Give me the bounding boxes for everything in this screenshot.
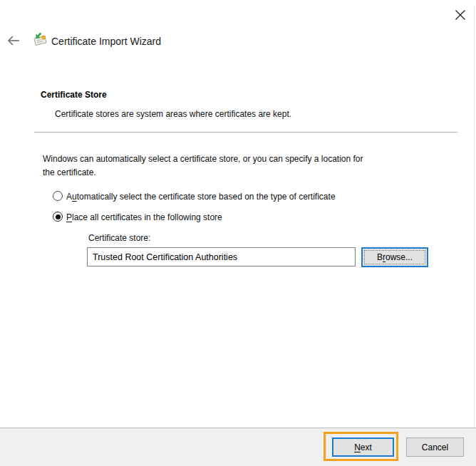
footer-band	[0, 428, 476, 466]
section-heading: Certificate Store	[41, 90, 107, 100]
radio-automatic-store-label[interactable]: Automatically select the certificate sto…	[66, 192, 336, 202]
certificate-store-label: Certificate store:	[88, 233, 150, 243]
certificate-import-icon	[32, 32, 48, 48]
radio-automatic-store[interactable]	[53, 191, 63, 201]
section-subheading: Certificate stores are system areas wher…	[55, 109, 291, 119]
header-divider	[34, 132, 457, 133]
intro-text: Windows can automatically select a certi…	[43, 152, 363, 180]
radio-place-in-store-label[interactable]: Place all certificates in the following …	[66, 212, 222, 222]
next-button[interactable]: Next	[332, 437, 394, 457]
cancel-button[interactable]: Cancel	[406, 437, 464, 457]
close-button[interactable]	[452, 6, 469, 24]
radio-place-in-store[interactable]	[53, 212, 63, 222]
close-icon	[455, 9, 466, 21]
certificate-store-input[interactable]	[87, 247, 356, 266]
certificate-import-wizard-dialog: Certificate Import Wizard Certificate St…	[0, 0, 476, 466]
page-title: Certificate Import Wizard	[51, 36, 161, 47]
browse-button[interactable]: Browse...	[361, 247, 428, 267]
back-button[interactable]	[5, 33, 22, 48]
back-arrow-icon	[6, 35, 21, 46]
radio-selected-dot	[56, 214, 61, 219]
window-right-border	[474, 6, 475, 459]
